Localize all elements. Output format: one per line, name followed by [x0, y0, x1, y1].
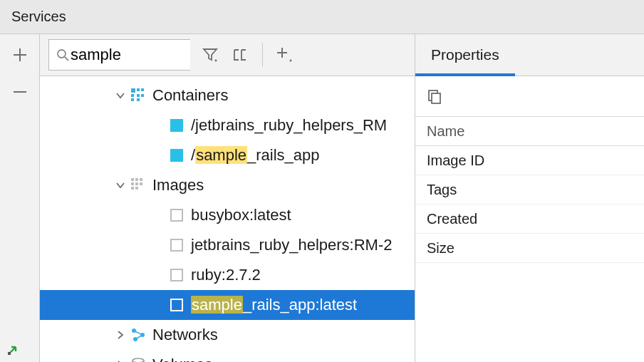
search-box[interactable] — [48, 39, 190, 71]
svg-rect-9 — [141, 94, 144, 97]
image-icon — [168, 207, 185, 224]
properties-tabs: Properties — [415, 34, 644, 76]
toolbar — [40, 34, 415, 76]
tree-node-volumes[interactable]: Volumes — [40, 350, 415, 362]
group-button[interactable] — [230, 45, 250, 65]
tree-node-images[interactable]: Images — [40, 170, 415, 200]
copy-icon — [427, 88, 442, 104]
tree-node-containers[interactable]: Containers — [40, 81, 415, 110]
svg-rect-17 — [131, 182, 134, 185]
svg-rect-10 — [131, 98, 134, 101]
images-icon — [130, 177, 147, 194]
svg-point-29 — [133, 358, 144, 362]
tree-leaf-label: sample_rails_app:latest — [191, 296, 357, 314]
svg-rect-6 — [141, 88, 144, 91]
svg-rect-18 — [135, 182, 138, 185]
plus-dropdown-icon — [276, 47, 294, 63]
svg-rect-14 — [131, 178, 134, 181]
tab-properties[interactable]: Properties — [415, 34, 515, 76]
svg-rect-21 — [135, 187, 138, 190]
svg-rect-4 — [131, 88, 135, 93]
image-icon — [168, 267, 185, 284]
svg-rect-8 — [137, 94, 140, 97]
tree-leaf-label: /jetbrains_ruby_helpers_RM — [191, 116, 387, 135]
properties-pane: Properties Name Image ID Tags Created Si… — [415, 34, 644, 362]
tree-leaf-container[interactable]: /sample_rails_app — [40, 140, 415, 170]
minus-icon — [14, 86, 26, 98]
container-icon — [168, 147, 185, 164]
svg-rect-16 — [140, 178, 142, 181]
svg-rect-19 — [140, 182, 142, 185]
image-icon — [168, 296, 185, 314]
tree-leaf-image[interactable]: busybox:latest — [40, 200, 415, 230]
properties-toolbar — [415, 76, 644, 117]
svg-point-2 — [215, 60, 217, 62]
svg-rect-23 — [171, 239, 182, 251]
main-column: Containers /jetbrains_ruby_helpers_RM /s… — [40, 34, 415, 362]
plus-icon — [14, 48, 26, 61]
svg-rect-25 — [171, 299, 182, 311]
tree-node-label: Volumes — [152, 356, 212, 362]
svg-rect-11 — [137, 98, 140, 101]
panel-body: Containers /jetbrains_ruby_helpers_RM /s… — [0, 34, 644, 362]
copy-button[interactable] — [427, 88, 442, 104]
funnel-icon — [202, 47, 218, 63]
containers-icon — [130, 87, 147, 104]
tree-node-label: Containers — [152, 86, 228, 105]
tree-node-label: Networks — [152, 326, 218, 344]
chevron-right-icon — [111, 330, 130, 340]
svg-rect-31 — [432, 93, 440, 103]
action-gutter — [0, 34, 40, 362]
svg-rect-0 — [8, 352, 11, 355]
svg-rect-5 — [137, 88, 140, 91]
remove-button[interactable] — [12, 84, 28, 100]
popout-button[interactable] — [6, 341, 21, 357]
container-icon — [168, 117, 185, 134]
toolbar-separator — [262, 43, 263, 67]
filter-button[interactable] — [200, 45, 220, 65]
svg-point-1 — [58, 50, 66, 58]
tree-leaf-label: jetbrains_ruby_helpers:RM-2 — [191, 236, 392, 254]
column-header-name[interactable]: Name — [415, 117, 644, 146]
group-icon — [231, 47, 249, 63]
svg-rect-20 — [131, 187, 134, 190]
tree-leaf-label: /sample_rails_app — [191, 146, 320, 165]
prop-row[interactable]: Image ID — [415, 146, 644, 175]
tree-node-label: Images — [152, 176, 204, 195]
tree-leaf-image[interactable]: ruby:2.7.2 — [40, 260, 415, 290]
svg-rect-24 — [171, 269, 182, 281]
search-icon — [56, 48, 69, 61]
add-service-button[interactable] — [275, 45, 295, 65]
panel-title: Services — [0, 0, 644, 34]
tree-leaf-container[interactable]: /jetbrains_ruby_helpers_RM — [40, 110, 415, 140]
prop-row[interactable]: Created — [415, 205, 644, 234]
svg-rect-22 — [171, 210, 182, 221]
tree-leaf-image[interactable]: jetbrains_ruby_helpers:RM-2 — [40, 230, 415, 260]
prop-row[interactable]: Tags — [415, 175, 644, 205]
popout-icon — [7, 343, 20, 356]
svg-rect-7 — [131, 94, 134, 97]
volume-icon — [130, 356, 147, 362]
prop-row[interactable]: Size — [415, 234, 644, 263]
svg-rect-13 — [170, 149, 183, 162]
chevron-down-icon — [111, 180, 130, 190]
services-tree: Containers /jetbrains_ruby_helpers_RM /s… — [40, 76, 415, 362]
add-config-button[interactable] — [12, 47, 28, 63]
tree-leaf-label: busybox:latest — [191, 206, 291, 224]
svg-rect-15 — [135, 178, 138, 181]
network-icon — [130, 326, 147, 343]
svg-rect-12 — [170, 119, 183, 132]
chevron-down-icon — [111, 90, 130, 100]
properties-grid: Name Image ID Tags Created Size — [415, 117, 644, 263]
tree-node-networks[interactable]: Networks — [40, 320, 415, 350]
image-icon — [168, 237, 185, 254]
svg-point-3 — [290, 60, 292, 62]
tree-leaf-image-selected[interactable]: sample_rails_app:latest — [40, 290, 415, 320]
search-input[interactable] — [69, 45, 183, 65]
tree-leaf-label: ruby:2.7.2 — [191, 266, 261, 284]
